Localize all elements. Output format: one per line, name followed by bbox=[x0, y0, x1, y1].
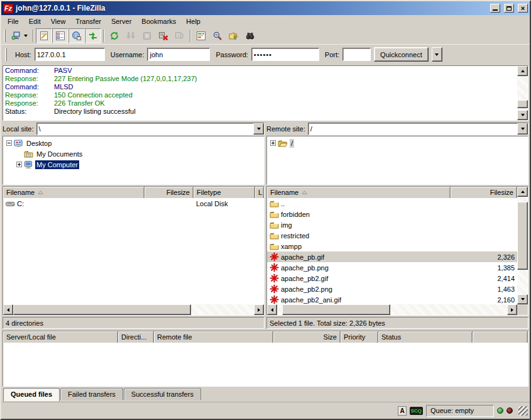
queue-column-remote-file[interactable]: Remote file bbox=[154, 331, 273, 343]
find-files-button[interactable] bbox=[242, 28, 258, 43]
local-file-row-c[interactable]: C:Local Disk bbox=[3, 198, 264, 209]
queue-column-status[interactable]: Status bbox=[378, 331, 473, 343]
host-input[interactable] bbox=[35, 48, 105, 61]
menu-view[interactable]: View bbox=[46, 16, 71, 27]
scroll-left-button[interactable] bbox=[3, 304, 13, 315]
scroll-down-button[interactable] bbox=[517, 110, 528, 120]
remote-file-row-parent-dir[interactable]: .. bbox=[267, 198, 517, 209]
process-queue-button[interactable] bbox=[123, 28, 139, 43]
local-column-filetype[interactable]: Filetype bbox=[194, 187, 255, 198]
queue-column-server-local-file[interactable]: Server/Local file bbox=[3, 331, 118, 343]
directory-comparison-button[interactable] bbox=[193, 28, 209, 43]
scroll-left-button[interactable] bbox=[267, 304, 277, 315]
scroll-track[interactable] bbox=[13, 304, 254, 315]
toggle-remote-tree-button[interactable] bbox=[68, 28, 85, 43]
minimize-button[interactable] bbox=[490, 4, 500, 13]
site-manager-button[interactable] bbox=[8, 28, 31, 43]
remote-column-filesize[interactable]: Filesize bbox=[451, 187, 517, 198]
menu-transfer[interactable]: Transfer bbox=[70, 16, 106, 27]
folder-icon bbox=[270, 210, 279, 219]
queue-column-directi[interactable]: Directi... bbox=[118, 331, 154, 343]
toggle-transfer-queue-button[interactable] bbox=[85, 28, 101, 43]
local-column-filesize[interactable]: Filesize bbox=[145, 187, 194, 198]
tree-item-my-computer[interactable]: My Computer bbox=[4, 159, 263, 170]
local-site-combo[interactable]: \ bbox=[36, 123, 265, 135]
local-column-filename[interactable]: Filename bbox=[3, 187, 145, 198]
tree-item-my-documents[interactable]: My Documents bbox=[4, 148, 263, 159]
desktop-icon bbox=[14, 139, 23, 148]
maximize-button[interactable] bbox=[504, 4, 514, 13]
queue-column-priority[interactable]: Priority bbox=[341, 331, 378, 343]
triangle-right-icon bbox=[511, 308, 513, 312]
scroll-right-button[interactable] bbox=[254, 304, 264, 315]
remote-horizontal-scrollbar[interactable] bbox=[267, 304, 517, 315]
expander-plus-icon[interactable] bbox=[270, 140, 276, 146]
tree-item-desktop[interactable]: Desktop bbox=[4, 138, 263, 148]
cancel-operation-button[interactable] bbox=[139, 28, 155, 43]
password-input[interactable] bbox=[251, 48, 319, 61]
scroll-track[interactable] bbox=[277, 304, 507, 315]
remote-file-row-apache-pb2-ani-gif[interactable]: apache_pb2_ani.gif2,160 bbox=[267, 294, 517, 304]
remote-file-row-apache-pb2-png[interactable]: apache_pb2.png1,463 bbox=[267, 284, 517, 294]
scroll-thumb[interactable] bbox=[282, 304, 390, 315]
expander-plus-icon[interactable] bbox=[16, 162, 22, 167]
filename-filters-button[interactable] bbox=[209, 28, 226, 43]
remote-file-row-apache-pb-png[interactable]: apache_pb.png1,385 bbox=[267, 262, 517, 273]
remote-site-combo[interactable]: / bbox=[308, 123, 528, 135]
menu-bookmarks[interactable]: Bookmarks bbox=[136, 16, 181, 27]
scroll-thumb[interactable] bbox=[517, 100, 528, 108]
menu-edit[interactable]: Edit bbox=[24, 16, 46, 27]
toggle-message-log-icon bbox=[39, 31, 49, 41]
tab-successful-transfers[interactable]: Successful transfers bbox=[124, 388, 201, 400]
remote-vertical-scrollbar[interactable] bbox=[517, 187, 528, 304]
synchronized-browsing-button[interactable] bbox=[226, 28, 242, 43]
log-scrollbar[interactable] bbox=[517, 66, 528, 120]
port-input[interactable] bbox=[342, 48, 371, 61]
quickconnect-grip[interactable] bbox=[5, 48, 7, 61]
scroll-up-button[interactable] bbox=[517, 187, 528, 197]
remote-file-row-img[interactable]: img bbox=[267, 219, 517, 230]
remote-column-filename[interactable]: Filename bbox=[267, 187, 451, 198]
remote-site-dropdown-button[interactable] bbox=[517, 123, 528, 135]
local-column-l[interactable]: L bbox=[255, 187, 264, 198]
menu-help[interactable]: Help bbox=[181, 16, 205, 27]
toolbar-grip[interactable] bbox=[4, 30, 6, 42]
menu-server[interactable]: Server bbox=[106, 16, 136, 27]
file-name: apache_pb.png bbox=[281, 264, 329, 272]
toggle-local-tree-button[interactable] bbox=[52, 28, 68, 43]
menu-file[interactable]: File bbox=[3, 16, 24, 27]
quickconnect-dropdown-button[interactable] bbox=[432, 47, 442, 62]
scroll-right-button[interactable] bbox=[507, 304, 517, 315]
resize-grip[interactable] bbox=[518, 406, 528, 416]
local-site-dropdown-button[interactable] bbox=[253, 123, 264, 135]
title-bar[interactable]: Fz john@127.0.0.1 - FileZilla × bbox=[1, 1, 530, 15]
refresh-button[interactable] bbox=[106, 28, 123, 43]
tab-failed-transfers[interactable]: Failed transfers bbox=[60, 388, 123, 400]
scroll-thumb[interactable] bbox=[517, 202, 528, 270]
speed-limits-icon[interactable]: SCQ bbox=[410, 407, 423, 415]
scroll-track[interactable] bbox=[517, 197, 528, 294]
scroll-track[interactable] bbox=[517, 76, 528, 110]
expander-minus-icon[interactable] bbox=[6, 140, 12, 146]
tab-queued-files[interactable]: Queued files bbox=[3, 388, 60, 401]
scroll-up-button[interactable] bbox=[517, 66, 528, 76]
tree-item-[interactable]: / bbox=[268, 138, 527, 148]
remote-file-row-apache-pb-gif[interactable]: apache_pb.gif2,326 bbox=[267, 251, 517, 262]
reconnect-button[interactable] bbox=[172, 28, 188, 43]
queue-column-[interactable] bbox=[473, 331, 528, 343]
local-horizontal-scrollbar[interactable] bbox=[3, 304, 264, 315]
username-input[interactable] bbox=[147, 48, 210, 61]
disconnect-button[interactable] bbox=[155, 28, 172, 43]
remote-file-row-apache-pb2-gif[interactable]: apache_pb2.gif2,414 bbox=[267, 273, 517, 284]
remote-file-row-xampp[interactable]: xampp bbox=[267, 241, 517, 251]
remote-file-row-restricted[interactable]: restricted bbox=[267, 230, 517, 241]
transfer-type-indicator-icon[interactable]: A bbox=[398, 406, 406, 416]
chevron-down-icon[interactable] bbox=[24, 35, 28, 37]
close-button[interactable]: × bbox=[518, 4, 528, 13]
queue-column-size[interactable]: Size bbox=[273, 331, 341, 343]
quickconnect-button[interactable]: Quickconnect bbox=[374, 47, 429, 62]
scroll-thumb[interactable] bbox=[13, 304, 191, 315]
toggle-message-log-button[interactable] bbox=[36, 28, 52, 43]
scroll-down-button[interactable] bbox=[517, 294, 528, 304]
remote-file-row-forbidden[interactable]: forbidden bbox=[267, 209, 517, 219]
